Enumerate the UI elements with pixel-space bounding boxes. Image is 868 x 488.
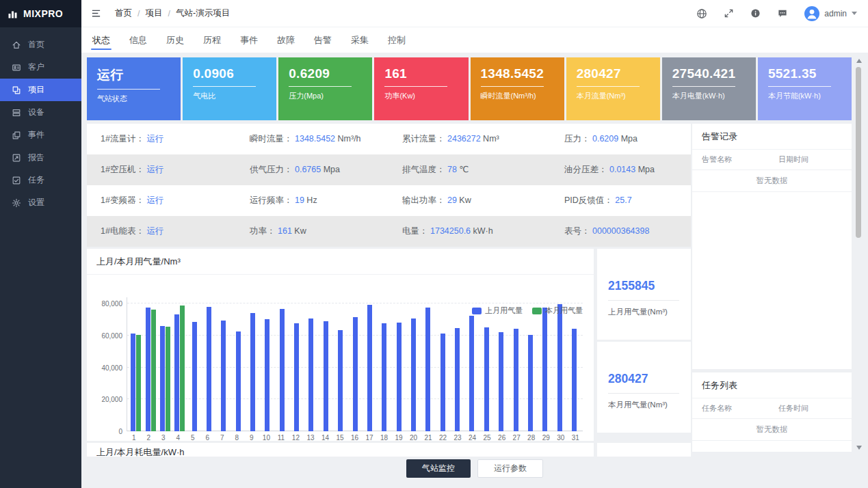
device-row: 1#空压机： 运行供气压力： 0.6765 Mpa排气温度： 78 ℃油分压差：… bbox=[87, 154, 691, 185]
divider bbox=[481, 86, 544, 87]
sidebar-item-home[interactable]: 首页 bbox=[0, 33, 81, 56]
tab-status[interactable]: 状态 bbox=[91, 27, 111, 53]
device-field: 累计流量： 2436272 Nm³ bbox=[402, 133, 564, 145]
device-icon bbox=[12, 108, 21, 118]
device-field: 供气压力： 0.6765 Mpa bbox=[250, 164, 402, 176]
sidebar-menu: 首页客户项目设备事件报告任务设置 bbox=[0, 27, 81, 214]
sidebar: MIXPRO 首页客户项目设备事件报告任务设置 bbox=[0, 0, 81, 488]
field-value: 0.6765 bbox=[293, 165, 321, 174]
device-field: 输出功率： 29 Kw bbox=[402, 195, 564, 206]
stat-card-value: 运行 bbox=[97, 66, 170, 84]
sidebar-item-customer[interactable]: 客户 bbox=[0, 56, 81, 79]
chart-slot bbox=[406, 297, 421, 431]
alarm-table-header: 告警名称 日期时间 bbox=[692, 150, 852, 170]
topbar-right: admin bbox=[696, 6, 868, 21]
task-table-header: 任务名称 任务时间 bbox=[692, 398, 852, 419]
chart-slot bbox=[552, 297, 566, 431]
message-icon[interactable] bbox=[777, 8, 788, 19]
field-unit: Mpa bbox=[635, 165, 655, 174]
field-label: 表号： bbox=[564, 226, 590, 236]
scroll-up-icon[interactable] bbox=[856, 59, 862, 63]
field-label: 功率： bbox=[250, 226, 276, 236]
stat-card-value: 280427 bbox=[577, 66, 650, 81]
bar-last-month bbox=[324, 321, 328, 431]
stat-card-label: 压力(Mpa) bbox=[289, 91, 362, 101]
sidebar-item-label: 事件 bbox=[28, 129, 44, 141]
device-status-link[interactable]: 运行 bbox=[144, 165, 163, 174]
tab-control[interactable]: 控制 bbox=[386, 27, 407, 53]
legend-label: 本月用气量 bbox=[545, 306, 583, 316]
brand-logo[interactable]: MIXPRO bbox=[0, 0, 81, 27]
x-axis-label: 21 bbox=[421, 434, 436, 442]
bar-last-month bbox=[207, 307, 211, 431]
x-axis-label: 1 bbox=[127, 434, 142, 442]
sidebar-item-project[interactable]: 项目 bbox=[0, 79, 81, 101]
tabs-bar: 状态信息历史历程事件故障告警采集控制 bbox=[81, 27, 868, 53]
language-icon[interactable] bbox=[696, 8, 707, 19]
settings-icon bbox=[12, 198, 21, 208]
device-status-link[interactable]: 运行 bbox=[144, 195, 163, 205]
legend-item[interactable]: 上月用气量 bbox=[472, 306, 523, 316]
scrollbar-thumb[interactable] bbox=[856, 67, 861, 238]
field-label: 瞬时流量： bbox=[250, 134, 293, 144]
field-label: 输出功率： bbox=[402, 195, 445, 205]
device-field: 瞬时流量： 1348.5452 Nm³/h bbox=[250, 133, 402, 145]
y-axis-label: 60,000 bbox=[101, 332, 122, 340]
stat-card-value: 1348.5452 bbox=[481, 66, 554, 81]
tab-info[interactable]: 信息 bbox=[128, 27, 148, 53]
breadcrumb-item[interactable]: 气站-演示项目 bbox=[176, 8, 230, 19]
sidebar-item-report[interactable]: 报告 bbox=[0, 146, 81, 169]
device-name-cell: 1#电能表： 运行 bbox=[101, 226, 250, 237]
legend-item[interactable]: 本月用气量 bbox=[532, 306, 583, 316]
tab-alarm[interactable]: 告警 bbox=[313, 27, 333, 53]
tab-event[interactable]: 事件 bbox=[239, 27, 259, 53]
task-empty-text: 暂无数据 bbox=[692, 419, 852, 441]
sidebar-item-event[interactable]: 事件 bbox=[0, 124, 81, 146]
x-axis-label: 23 bbox=[450, 434, 465, 442]
sidebar-item-device[interactable]: 设备 bbox=[0, 101, 81, 124]
device-field: 电量： 1734250.6 kW·h bbox=[402, 226, 564, 237]
field-unit: ℃ bbox=[457, 165, 469, 174]
logo-text: MIXPRO bbox=[23, 8, 63, 19]
chart-slot bbox=[231, 297, 246, 431]
tab-fault[interactable]: 故障 bbox=[276, 27, 296, 53]
sidebar-item-label: 项目 bbox=[28, 84, 44, 96]
device-name: 1#电能表： bbox=[101, 226, 144, 236]
fullscreen-icon[interactable] bbox=[724, 8, 734, 19]
tab-course[interactable]: 历程 bbox=[202, 27, 222, 53]
bar-last-month bbox=[499, 332, 503, 431]
field-unit: kW·h bbox=[471, 226, 493, 236]
breadcrumb-item[interactable]: 项目 bbox=[145, 8, 162, 19]
x-axis-label: 12 bbox=[289, 434, 304, 442]
x-axis-label: 19 bbox=[391, 434, 406, 442]
divider bbox=[672, 86, 735, 87]
this-month-gas-card: 280427 本月用气量(Nm³) bbox=[597, 342, 691, 433]
run-parameters-button[interactable]: 运行参数 bbox=[477, 459, 543, 478]
bar-last-month bbox=[367, 305, 372, 431]
device-field: PID反馈值： 25.7 bbox=[564, 195, 705, 206]
user-menu[interactable]: admin bbox=[804, 6, 857, 21]
device-field: 压力： 0.6209 Mpa bbox=[564, 133, 705, 145]
x-axis-label: 4 bbox=[171, 434, 186, 442]
tab-collect[interactable]: 采集 bbox=[350, 27, 370, 53]
info-icon[interactable] bbox=[750, 8, 761, 19]
device-status-link[interactable]: 运行 bbox=[144, 134, 163, 144]
report-icon bbox=[12, 153, 21, 163]
bar-last-month bbox=[557, 304, 562, 431]
bar-this-month bbox=[136, 335, 141, 431]
bar-last-month bbox=[221, 321, 226, 431]
field-value: 000000364398 bbox=[590, 226, 650, 236]
gas-station-monitor-button[interactable]: 气站监控 bbox=[406, 459, 471, 478]
this-month-gas-value: 280427 bbox=[608, 372, 680, 386]
scroll-down-icon[interactable] bbox=[856, 446, 862, 450]
field-label: 油分压差： bbox=[564, 165, 607, 174]
vertical-scrollbar[interactable] bbox=[854, 57, 863, 451]
tab-history[interactable]: 历史 bbox=[165, 27, 185, 53]
sidebar-item-label: 设备 bbox=[28, 107, 44, 118]
device-status-link[interactable]: 运行 bbox=[144, 226, 163, 236]
collapse-menu-icon[interactable] bbox=[91, 8, 101, 18]
breadcrumb-item[interactable]: 首页 bbox=[115, 8, 132, 19]
sidebar-item-settings[interactable]: 设置 bbox=[0, 191, 81, 214]
sidebar-item-task[interactable]: 任务 bbox=[0, 169, 81, 191]
bar-last-month bbox=[265, 319, 269, 432]
